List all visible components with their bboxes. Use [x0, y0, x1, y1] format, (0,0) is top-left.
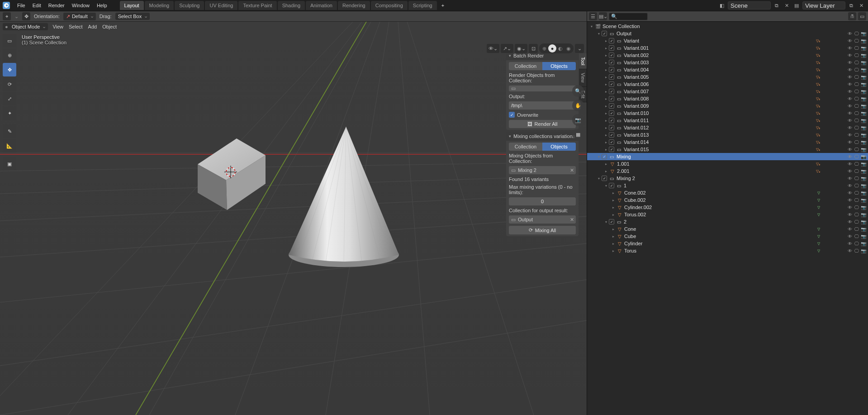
tab-scripting[interactable]: Scripting: [408, 1, 437, 10]
cursor-tool[interactable]: ⊕: [3, 48, 16, 62]
hide-render-toggle[interactable]: 🖵: [854, 67, 859, 72]
tree-row[interactable]: ▸✓▭Variant.015▽₂👁🖵📷: [587, 146, 868, 153]
exclude-checkbox[interactable]: ✓: [609, 74, 614, 80]
disclosure-icon[interactable]: ▸: [611, 191, 616, 195]
tab-shading[interactable]: Shading: [278, 1, 305, 10]
clear-output-collection-button[interactable]: ✕: [568, 217, 576, 223]
vp-menu-object[interactable]: Object: [102, 24, 117, 29]
hide-render-toggle[interactable]: 🖵: [854, 96, 859, 101]
disable-render-toggle[interactable]: 📷: [861, 154, 866, 159]
disclosure-icon[interactable]: ▸: [603, 39, 609, 43]
scene-name-input[interactable]: [728, 1, 771, 10]
hide-viewport-toggle[interactable]: 👁: [847, 53, 853, 58]
disclosure-icon[interactable]: ▾: [596, 155, 602, 159]
side-tab-tool[interactable]: Tool: [579, 53, 587, 69]
tree-row[interactable]: ▸✓▭Variant.010▽₂👁🖵📷: [587, 110, 868, 117]
mixing-collection-toggle[interactable]: Collection: [509, 143, 542, 151]
delete-scene-button[interactable]: ✕: [783, 1, 791, 10]
mixing-all-button[interactable]: ⟳Mixing All: [509, 226, 576, 234]
hide-viewport-toggle[interactable]: 👁: [847, 183, 853, 188]
disclosure-icon[interactable]: ▸: [611, 198, 616, 202]
clear-mixing-collection-button[interactable]: ✕: [568, 167, 576, 173]
tab-layout[interactable]: Layout: [120, 1, 144, 10]
tree-row[interactable]: ▸✓▭Variant.007▽₂👁🖵📷: [587, 88, 868, 95]
hide-render-toggle[interactable]: 🖵: [854, 60, 859, 65]
hide-render-toggle[interactable]: 🖵: [854, 38, 859, 43]
outliner-filter-button[interactable]: ⫚: [848, 12, 856, 20]
hide-render-toggle[interactable]: 🖵: [854, 89, 859, 94]
tab-compositing[interactable]: Compositing: [371, 1, 408, 10]
hide-render-toggle[interactable]: 🖵: [854, 227, 859, 232]
disclosure-icon[interactable]: ▸: [603, 169, 609, 173]
hide-viewport-toggle[interactable]: 👁: [847, 147, 853, 152]
exclude-checkbox[interactable]: ✓: [609, 139, 614, 145]
hide-render-toggle[interactable]: 🖵: [854, 46, 859, 51]
disable-render-toggle[interactable]: 📷: [861, 118, 866, 123]
hide-viewport-toggle[interactable]: 👁: [847, 75, 853, 80]
disable-render-toggle[interactable]: 📷: [861, 140, 866, 145]
hide-viewport-toggle[interactable]: 👁: [847, 38, 853, 43]
disable-render-toggle[interactable]: 📷: [861, 82, 866, 87]
transform-tool[interactable]: ✦: [3, 106, 16, 120]
move-tool-icon[interactable]: ✥: [22, 12, 30, 20]
drag-dropdown[interactable]: Select Box: [115, 13, 150, 20]
disclosure-icon[interactable]: ▸: [603, 148, 609, 152]
disable-render-toggle[interactable]: 📷: [861, 205, 866, 210]
shading-solid[interactable]: ●: [548, 44, 556, 52]
hide-render-toggle[interactable]: 🖵: [854, 241, 859, 246]
hide-viewport-toggle[interactable]: 👁: [847, 227, 853, 232]
cursor-tool-icon[interactable]: ⌖: [3, 12, 11, 20]
disclosure-icon[interactable]: ▸: [603, 82, 609, 86]
hide-viewport-toggle[interactable]: 👁: [847, 111, 853, 116]
hide-viewport-toggle[interactable]: 👁: [847, 212, 853, 217]
disable-render-toggle[interactable]: 📷: [861, 241, 866, 246]
exclude-checkbox[interactable]: ✓: [609, 52, 614, 58]
disable-render-toggle[interactable]: 📷: [861, 96, 866, 101]
tab-texture-paint[interactable]: Texture Paint: [238, 1, 276, 10]
disclosure-icon[interactable]: ▾: [603, 220, 609, 224]
tree-row[interactable]: ▸✓▭Variant.005▽₂👁🖵📷: [587, 73, 868, 81]
hide-viewport-toggle[interactable]: 👁: [847, 162, 853, 167]
hide-render-toggle[interactable]: 🖵: [854, 248, 859, 253]
exclude-checkbox[interactable]: ✓: [609, 132, 614, 138]
hide-viewport-toggle[interactable]: 👁: [847, 31, 853, 36]
exclude-checkbox[interactable]: ✓: [609, 118, 614, 123]
viewlayer-icon[interactable]: ▤: [792, 1, 801, 10]
disclosure-icon[interactable]: ▸: [603, 68, 609, 72]
disclosure-icon[interactable]: ▸: [603, 90, 609, 94]
hide-render-toggle[interactable]: 🖵: [854, 162, 859, 167]
batch-collection-toggle[interactable]: Collection: [509, 62, 542, 70]
hide-viewport-toggle[interactable]: 👁: [847, 140, 853, 145]
disclosure-icon[interactable]: ▸: [603, 104, 609, 108]
hide-viewport-toggle[interactable]: 👁: [847, 82, 853, 87]
hide-render-toggle[interactable]: 🖵: [854, 140, 859, 145]
render-collection-field[interactable]: ▭: [509, 86, 576, 91]
delete-viewlayer-button[interactable]: ✕: [857, 1, 865, 10]
disclosure-icon[interactable]: ▸: [611, 205, 616, 210]
disclosure-icon[interactable]: ▸: [603, 126, 609, 130]
render-all-button[interactable]: 🖼Render All: [509, 120, 576, 128]
disclosure-icon[interactable]: ▸: [611, 242, 616, 246]
overlay-dropdown[interactable]: ◉⌄: [515, 44, 527, 53]
hide-render-toggle[interactable]: 🖵: [854, 104, 859, 109]
mixing-objects-toggle[interactable]: Objects: [542, 143, 576, 151]
hide-viewport-toggle[interactable]: 👁: [847, 67, 853, 72]
visibility-dropdown[interactable]: 👁⌄: [487, 44, 499, 53]
hide-render-toggle[interactable]: 🖵: [854, 147, 859, 152]
new-scene-button[interactable]: ⧉: [773, 1, 781, 10]
tree-row[interactable]: ▸✓▭Variant.012▽₂👁🖵📷: [587, 124, 868, 131]
tree-row[interactable]: ▸▽Cube▽👁🖵📷: [587, 233, 868, 240]
hide-render-toggle[interactable]: 🖵: [854, 205, 859, 210]
disable-render-toggle[interactable]: 📷: [861, 183, 866, 188]
disclosure-icon[interactable]: ▸: [611, 234, 616, 239]
tab-sculpting[interactable]: Sculpting: [175, 1, 204, 10]
output-collection-field[interactable]: ▭Output✕: [509, 215, 576, 224]
hide-render-toggle[interactable]: 🖵: [854, 176, 859, 181]
hide-render-toggle[interactable]: 🖵: [854, 234, 859, 239]
tree-row[interactable]: ▸▽1.001▽₄👁🖵📷: [587, 160, 868, 167]
tab-rendering[interactable]: Rendering: [338, 1, 370, 10]
hide-render-toggle[interactable]: 🖵: [854, 53, 859, 58]
disclosure-icon[interactable]: ▸: [611, 227, 616, 231]
hide-viewport-toggle[interactable]: 👁: [847, 89, 853, 94]
disclosure-icon[interactable]: ▸: [611, 249, 616, 253]
